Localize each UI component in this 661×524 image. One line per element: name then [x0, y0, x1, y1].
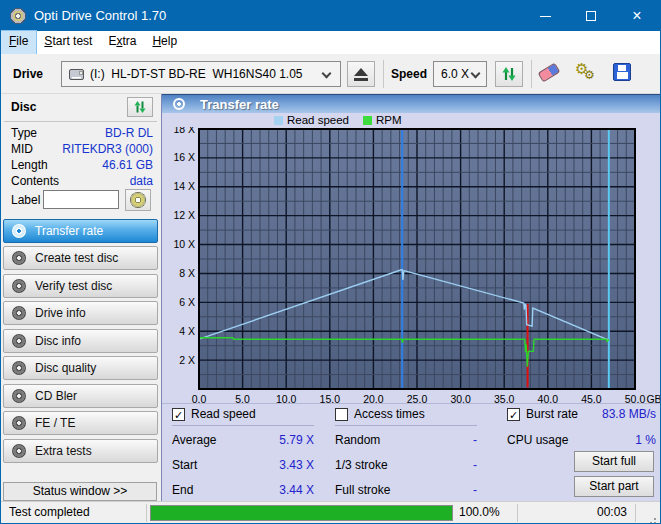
- result-row: Average 5.79 X: [172, 433, 314, 447]
- refresh-arrows-icon: [133, 100, 147, 114]
- result-label: 1/3 stroke: [335, 458, 388, 472]
- disc-info-row: Length 46.61 GB: [11, 158, 153, 172]
- refresh-speeds-button[interactable]: [495, 61, 523, 87]
- eject-icon: [354, 68, 368, 81]
- sidebar-item-disc-info[interactable]: Disc info: [3, 329, 158, 353]
- eraser-icon: [538, 63, 561, 83]
- minimize-button[interactable]: [522, 1, 568, 31]
- svg-text:4 X: 4 X: [179, 325, 195, 337]
- label-input[interactable]: [43, 190, 119, 209]
- menu-item-start-test[interactable]: Start test: [36, 31, 100, 54]
- progress-bar: [150, 505, 453, 521]
- titlebar: Opti Drive Control 1.70 ×: [1, 1, 660, 31]
- close-button[interactable]: ×: [614, 1, 660, 31]
- disc-icon: [12, 251, 26, 265]
- average-speed-value: 5.79 X: [279, 433, 314, 447]
- left-panel: Disc Type BD-R DL MID RITEKDR3 (000) Len…: [1, 94, 161, 501]
- progress-bar-fill: [151, 506, 452, 520]
- disc-info-row: MID RITEKDR3 (000): [11, 142, 153, 156]
- floppy-disk-icon: [613, 63, 631, 81]
- progress-percent: 100.0%: [459, 502, 500, 523]
- status-window-button[interactable]: Status window >>: [3, 482, 157, 501]
- burst-rate-checkbox-label: Burst rate: [526, 407, 578, 421]
- drive-combobox-value: (I:) HL-DT-ST BD-RE WH16NS40 1.05: [90, 67, 303, 81]
- start-full-button[interactable]: Start full: [574, 451, 654, 472]
- legend-label: RPM: [376, 114, 402, 126]
- save-button[interactable]: [613, 63, 631, 81]
- speed-combobox-value: 6.0 X: [441, 67, 469, 81]
- cpu-usage-label: CPU usage: [507, 433, 568, 447]
- sidebar-item-transfer-rate[interactable]: Transfer rate: [3, 219, 158, 243]
- sidebar-item-label: Disc quality: [35, 361, 96, 375]
- full-stroke-value: -: [473, 483, 477, 497]
- result-label: End: [172, 483, 193, 497]
- statusbar-separator: [146, 504, 147, 522]
- sidebar-item-fe-te[interactable]: FE / TE: [3, 411, 158, 435]
- sidebar-item-disc-quality[interactable]: Disc quality: [3, 356, 158, 380]
- result-row: Start 3.43 X: [172, 458, 314, 472]
- window-title: Opti Drive Control 1.70: [34, 1, 166, 31]
- panel-header: Transfer rate: [162, 94, 661, 113]
- disc-info-row: Type BD-R DL: [11, 126, 153, 140]
- write-label-button[interactable]: [125, 189, 151, 211]
- menu-item-help[interactable]: Help: [144, 31, 185, 54]
- read-speed-checkbox[interactable]: ✓: [172, 408, 185, 421]
- result-row: Random -: [335, 433, 477, 447]
- erase-disc-button[interactable]: [539, 67, 559, 78]
- end-speed-value: 3.44 X: [279, 483, 314, 497]
- statusbar-separator: [635, 504, 636, 522]
- sidebar-item-cd-bler[interactable]: CD Bler: [3, 384, 158, 408]
- toolbar-separator: [531, 60, 532, 88]
- disc-icon: [12, 224, 26, 238]
- resize-grip[interactable]: [654, 518, 656, 520]
- refresh-disc-button[interactable]: [127, 97, 153, 117]
- third-stroke-value: -: [473, 458, 477, 472]
- svg-text:2 X: 2 X: [179, 354, 195, 366]
- burst-rate-value: 83.8 MB/s: [602, 407, 656, 421]
- drive-combobox[interactable]: (I:) HL-DT-ST BD-RE WH16NS40 1.05: [61, 61, 341, 87]
- svg-text:8 X: 8 X: [179, 267, 195, 279]
- toolbar: Drive (I:) HL-DT-ST BD-RE WH16NS40 1.05 …: [1, 54, 660, 94]
- disc-info-label: MID: [11, 142, 33, 156]
- disc-icon: [12, 361, 26, 375]
- start-part-button[interactable]: Start part: [574, 476, 654, 497]
- sidebar-item-extra-tests[interactable]: Extra tests: [3, 439, 158, 463]
- status-text: Test completed: [9, 502, 90, 523]
- cpu-usage-row: CPU usage 1 %: [507, 433, 656, 447]
- maximize-button[interactable]: [568, 1, 614, 31]
- sidebar-item-verify-test-disc[interactable]: Verify test disc: [3, 274, 158, 298]
- close-icon: ×: [632, 8, 641, 24]
- app-window: Opti Drive Control 1.70 × FileStart test…: [0, 0, 661, 524]
- burst-rate-checkbox[interactable]: ✓: [507, 408, 520, 421]
- legend-label: Read speed: [287, 114, 349, 126]
- chart-legend: Read speed RPM: [274, 114, 402, 126]
- svg-text:16 X: 16 X: [173, 151, 195, 163]
- access-times-checkbox[interactable]: [335, 408, 348, 421]
- drive-icon: [69, 69, 84, 80]
- burst-rate-row: ✓ Burst rate 83.8 MB/s: [507, 407, 656, 421]
- sidebar-item-create-test-disc[interactable]: Create test disc: [3, 246, 158, 270]
- svg-text:6 X: 6 X: [179, 296, 195, 308]
- transfer-rate-chart: 2 X4 X6 X8 X10 X12 X14 X16 X18 X0.05.010…: [162, 127, 661, 407]
- result-row: 1/3 stroke -: [335, 458, 477, 472]
- eject-button[interactable]: [347, 61, 375, 87]
- app-icon: [10, 8, 26, 24]
- speed-combobox[interactable]: 6.0 X: [433, 61, 487, 87]
- divider: [4, 121, 157, 122]
- settings-button[interactable]: ⚙ ⚙: [575, 62, 599, 86]
- disc-info-label: Length: [11, 158, 48, 172]
- rpm-swatch: [363, 116, 372, 125]
- disc-info-row: Contents data: [11, 174, 153, 188]
- sidebar-item-label: CD Bler: [35, 389, 77, 403]
- access-times-checkbox-label: Access times: [354, 407, 425, 421]
- sidebar-item-drive-info[interactable]: Drive info: [3, 301, 158, 325]
- menu-item-file[interactable]: File: [1, 31, 36, 54]
- disc-icon: [12, 416, 26, 430]
- read-speed-section-header: ✓ Read speed: [172, 407, 314, 421]
- menu-item-extra[interactable]: Extra: [100, 31, 144, 54]
- result-label: Full stroke: [335, 483, 390, 497]
- disc-info-value: 46.61 GB: [102, 158, 153, 172]
- maximize-icon: [586, 11, 596, 21]
- minimize-icon: [540, 16, 551, 17]
- disc-icon: [12, 306, 26, 320]
